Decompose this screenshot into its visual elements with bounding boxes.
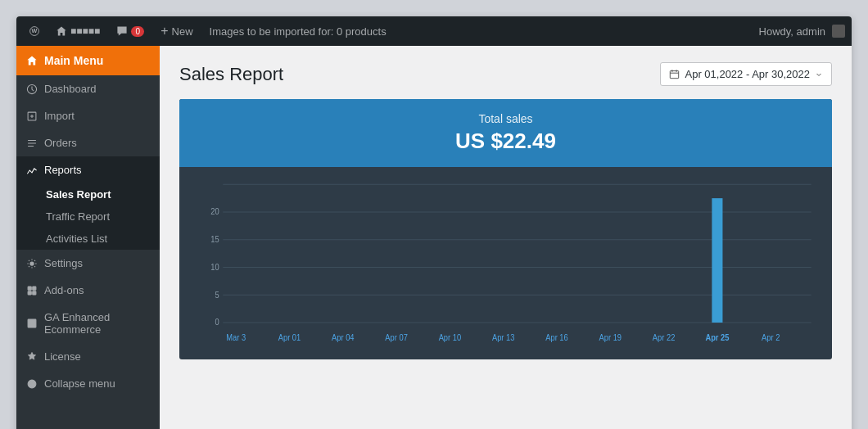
- sidebar-label-license: License: [44, 350, 81, 363]
- sidebar-label-addons: Add-ons: [44, 284, 84, 296]
- import-notice: Images to be imported for: 0 products: [203, 16, 393, 46]
- y-label-10: 10: [210, 262, 219, 272]
- new-plus-icon: +: [160, 24, 168, 38]
- svg-rect-5: [28, 287, 31, 290]
- new-button[interactable]: + New: [154, 16, 199, 46]
- chevron-down-icon: [815, 70, 823, 79]
- y-label-20: 20: [210, 207, 219, 217]
- sidebar-label-ga: GA Enhanced Ecommerce: [44, 311, 150, 336]
- chart-body: 0 5 10 15 20: [179, 167, 832, 359]
- content-area: Sales Report Apr 01,2022 - Apr 30,2022 T…: [160, 46, 852, 429]
- svg-rect-8: [33, 291, 36, 294]
- wp-logo[interactable]: W: [23, 20, 46, 43]
- sidebar-item-reports[interactable]: Reports: [16, 156, 160, 183]
- admin-bar-left: W ■■■■■ 0 + New: [23, 16, 759, 46]
- y-label-5: 5: [215, 290, 219, 300]
- page-title: Sales Report: [179, 64, 283, 85]
- new-label: New: [172, 25, 193, 38]
- svg-point-4: [30, 261, 34, 264]
- calendar-icon: [669, 69, 680, 79]
- sidebar-item-settings[interactable]: Settings: [16, 250, 160, 277]
- y-label-0: 0: [215, 318, 219, 327]
- x-label-apr22: Apr 22: [653, 333, 676, 343]
- sidebar-item-import[interactable]: Import: [16, 102, 160, 129]
- svg-rect-7: [28, 291, 31, 294]
- chart-container: Total sales US $22.49 0 5: [179, 99, 832, 359]
- sidebar-item-license[interactable]: License: [16, 343, 160, 370]
- chart-svg: 0 5 10 15 20: [192, 175, 819, 359]
- x-label-apr04: Apr 04: [332, 333, 355, 343]
- svg-rect-11: [671, 71, 679, 79]
- sidebar-label-import: Import: [44, 110, 75, 122]
- svg-text:W: W: [32, 27, 38, 34]
- sidebar-label-orders: Orders: [44, 137, 77, 149]
- site-url: ■■■■■: [70, 25, 100, 37]
- sidebar-label-reports: Reports: [44, 164, 82, 176]
- x-label-apr2: Apr 2: [762, 333, 780, 343]
- x-label-apr25: Apr 25: [705, 333, 729, 343]
- user-avatar: [832, 25, 845, 38]
- y-label-15: 15: [210, 234, 219, 244]
- sidebar-submenu-reports: Sales Report Traffic Report Activities L…: [16, 183, 160, 250]
- submenu-sales-report[interactable]: Sales Report: [16, 183, 160, 205]
- sidebar-label-collapse: Collapse menu: [44, 377, 115, 390]
- date-range-picker[interactable]: Apr 01,2022 - Apr 30,2022: [660, 62, 832, 86]
- submenu-activities-list[interactable]: Activities List: [16, 228, 160, 250]
- x-label-apr13: Apr 13: [492, 333, 515, 343]
- main-layout: Main Menu Dashboard Import: [16, 46, 852, 429]
- svg-rect-6: [33, 287, 36, 290]
- sidebar-item-collapse[interactable]: Collapse menu: [16, 370, 160, 397]
- admin-bar-right: Howdy, admin: [759, 25, 845, 38]
- sidebar-item-ga[interactable]: GA Enhanced Ecommerce: [16, 304, 160, 343]
- sidebar-item-orders[interactable]: Orders: [16, 129, 160, 156]
- howdy-text: Howdy, admin: [759, 25, 845, 38]
- chart-total-value: US $22.49: [192, 129, 819, 154]
- sidebar-label-dashboard: Dashboard: [44, 83, 97, 95]
- sidebar: Main Menu Dashboard Import: [16, 46, 160, 429]
- bar-apr25: [712, 198, 722, 323]
- sidebar-label-settings: Settings: [44, 257, 83, 269]
- main-menu-label: Main Menu: [44, 54, 103, 67]
- x-label-mar3: Mar 3: [226, 333, 246, 343]
- sidebar-item-addons[interactable]: Add-ons: [16, 277, 160, 304]
- sidebar-item-dashboard[interactable]: Dashboard: [16, 75, 160, 102]
- home-button[interactable]: ■■■■■: [49, 16, 106, 46]
- x-label-apr07: Apr 07: [385, 333, 408, 343]
- chart-total-label: Total sales: [192, 112, 819, 125]
- x-label-apr01: Apr 01: [278, 333, 301, 343]
- admin-bar: W ■■■■■ 0 + New: [16, 16, 852, 46]
- date-range-text: Apr 01,2022 - Apr 30,2022: [685, 68, 810, 80]
- x-label-apr19: Apr 19: [599, 333, 622, 343]
- page-header: Sales Report Apr 01,2022 - Apr 30,2022: [179, 62, 832, 86]
- x-label-apr10: Apr 10: [439, 333, 462, 343]
- comments-button[interactable]: 0: [110, 16, 151, 46]
- sidebar-main-menu[interactable]: Main Menu: [16, 46, 160, 75]
- comments-badge: 0: [131, 26, 144, 37]
- submenu-traffic-report[interactable]: Traffic Report: [16, 205, 160, 228]
- chart-header: Total sales US $22.49: [179, 99, 832, 167]
- x-label-apr16: Apr 16: [545, 333, 568, 343]
